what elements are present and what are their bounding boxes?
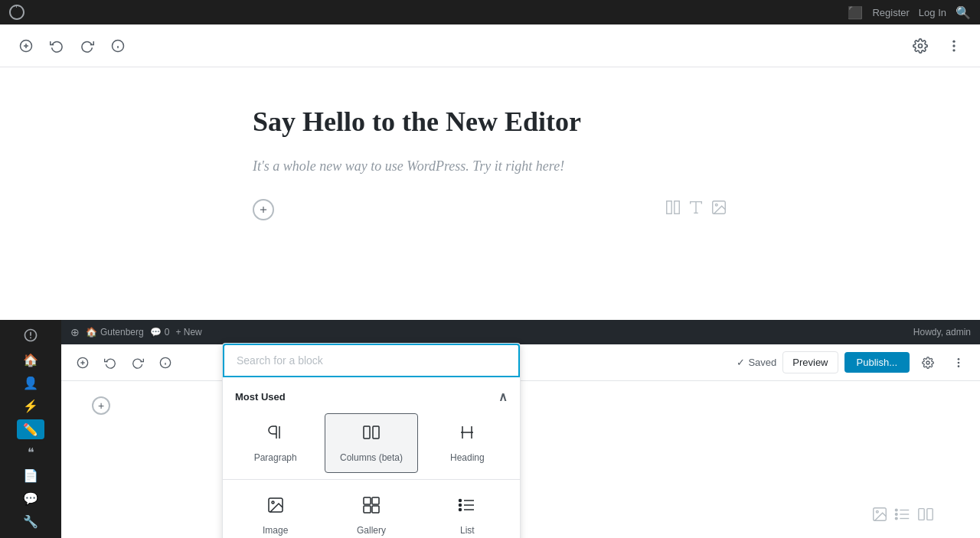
most-used-label: Most Used (235, 391, 286, 403)
post-subtitle[interactable]: It's a whole new way to use WordPress. T… (253, 158, 727, 174)
block-item-columns[interactable]: Columns (beta) (325, 413, 417, 473)
block-item-paragraph[interactable]: Paragraph (229, 413, 322, 473)
nested-toolbar-right: ✓ Saved Preview Publish... (737, 351, 971, 375)
nested-list-toolbar-icon (894, 506, 911, 523)
blocks-grid: Paragraph Columns (beta) (223, 410, 520, 476)
nested-more-btn[interactable] (946, 351, 971, 375)
nested-info-btn[interactable] (153, 351, 178, 375)
svg-rect-12 (667, 201, 671, 214)
nested-site-bar: ⊕ 🏠 Gutenberg 💬 0 + New Howdy, admin (61, 320, 980, 344)
block-inserter-popup: Most Used ∧ Paragraph (222, 343, 521, 538)
block-type-toolbar (665, 199, 727, 220)
block-item-gallery[interactable]: Gallery (325, 486, 417, 538)
block-inserter-row (253, 199, 727, 220)
preview-button[interactable]: Preview (782, 351, 838, 373)
svg-point-7 (952, 40, 955, 42)
nested-quote-icon[interactable]: ❝ (17, 442, 44, 462)
svg-point-50 (876, 510, 878, 513)
screen-icon: ⬛ (848, 5, 863, 20)
nested-new-btn[interactable]: + New (175, 327, 201, 337)
svg-point-32 (459, 500, 462, 502)
nested-sidebar: 🏠 👤 ⚡ ✏️ ❝ 📄 💬 🔧 (0, 320, 61, 538)
nested-block-toolbar (871, 506, 934, 523)
paragraph-label: Paragraph (254, 452, 297, 463)
collapse-icon[interactable]: ∧ (498, 390, 508, 404)
heading-block-icon (458, 423, 476, 446)
nested-editor-main: ⊕ 🏠 Gutenberg 💬 0 + New Howdy, admin (61, 320, 980, 538)
block-item-image[interactable]: Image (229, 486, 322, 538)
nested-add-inline-btn[interactable]: + (92, 396, 110, 415)
nested-home-icon[interactable]: 🏠 (17, 350, 44, 370)
most-used-section: Most Used ∧ Paragraph (223, 377, 520, 538)
nested-site-name[interactable]: 🏠 Gutenberg (86, 327, 144, 337)
svg-rect-28 (372, 506, 379, 513)
svg-point-34 (459, 509, 462, 511)
nested-comments[interactable]: 💬 0 (150, 327, 170, 337)
settings-button[interactable] (906, 32, 934, 60)
svg-rect-25 (364, 497, 371, 504)
admin-bar-left (9, 5, 24, 20)
svg-point-6 (919, 44, 923, 47)
more-options-button[interactable] (940, 32, 968, 60)
svg-point-45 (926, 361, 929, 364)
add-block-button[interactable] (12, 32, 40, 60)
post-title[interactable]: Say Hello to the New Editor (253, 104, 727, 140)
nested-edit-icon[interactable]: ✏️ (17, 419, 44, 439)
nested-settings-btn[interactable] (916, 351, 940, 375)
redo-button[interactable] (74, 32, 101, 60)
list-block-icon (458, 496, 476, 519)
block-divider-1 (223, 479, 520, 480)
image-block-icon (266, 496, 285, 519)
nested-add-block-btn[interactable] (70, 351, 95, 375)
svg-point-9 (952, 49, 955, 51)
publish-button[interactable]: Publish... (844, 352, 910, 373)
svg-rect-13 (675, 201, 679, 214)
svg-point-47 (958, 361, 960, 364)
svg-point-24 (272, 501, 274, 504)
image-icon[interactable] (710, 199, 727, 220)
gallery-label: Gallery (357, 525, 386, 536)
nested-tools-icon[interactable]: 🔧 (17, 512, 44, 532)
svg-point-56 (895, 517, 897, 520)
nested-image-toolbar-icon (871, 506, 888, 523)
nested-redo-btn[interactable] (126, 351, 150, 375)
columns-block-icon (362, 423, 381, 446)
nested-activity-icon[interactable]: ⚡ (17, 396, 44, 416)
nested-undo-btn[interactable] (98, 351, 122, 375)
svg-rect-27 (364, 506, 371, 513)
info-button[interactable] (104, 32, 132, 60)
svg-rect-19 (373, 426, 379, 439)
svg-rect-58 (927, 509, 933, 520)
search-icon[interactable]: 🔍 (956, 5, 971, 20)
image-label: Image (263, 525, 288, 536)
saved-check-icon: ✓ (737, 357, 745, 368)
login-link[interactable]: Log In (919, 7, 946, 18)
add-block-inline-button[interactable] (253, 199, 274, 220)
paragraph-icon (266, 423, 285, 446)
columns-icon[interactable] (665, 199, 681, 220)
admin-bar-right: ⬛ Register Log In 🔍 (848, 5, 971, 20)
block-item-heading[interactable]: Heading (421, 413, 514, 473)
nested-user-icon[interactable]: 👤 (17, 373, 44, 393)
toolbar-right (906, 32, 968, 60)
block-item-list[interactable]: List (421, 486, 514, 538)
nested-wp-logo (18, 326, 43, 344)
list-label: List (460, 525, 475, 536)
svg-point-54 (895, 509, 897, 511)
search-block-input[interactable] (223, 344, 520, 377)
svg-rect-18 (364, 426, 370, 439)
nested-site-logo: ⊕ (70, 326, 80, 338)
svg-point-17 (715, 204, 717, 207)
editor-toolbar (0, 24, 980, 67)
svg-point-33 (459, 504, 462, 507)
text-icon[interactable] (688, 199, 704, 220)
undo-button[interactable] (43, 32, 70, 60)
nested-comment-icon[interactable]: 💬 (17, 489, 44, 509)
nested-pages-icon[interactable]: 📄 (17, 465, 44, 485)
register-link[interactable]: Register (872, 7, 909, 18)
blocks-grid-2: Image Gallery (223, 483, 520, 538)
nested-editor-toolbar: ✓ Saved Preview Publish... (61, 344, 980, 381)
columns-label: Columns (beta) (340, 452, 403, 463)
toolbar-left (12, 32, 132, 60)
most-used-header: Most Used ∧ (223, 383, 520, 410)
